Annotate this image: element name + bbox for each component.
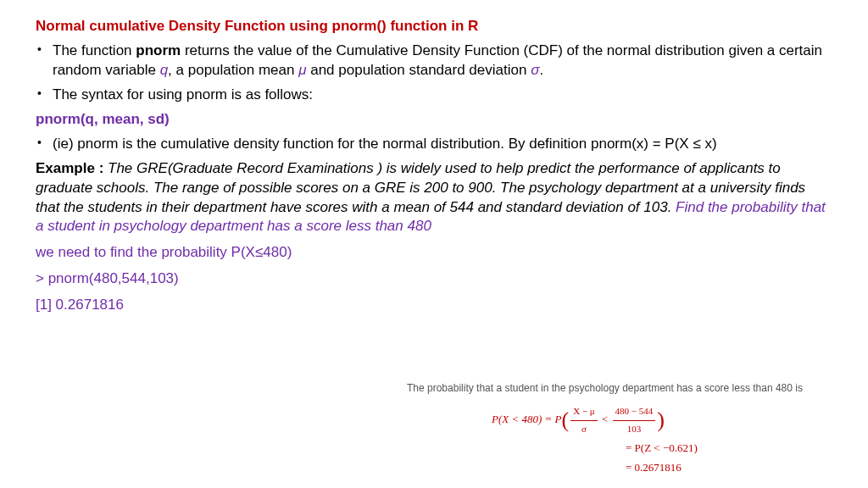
- eq-line-3: = 0.2671816: [492, 458, 848, 477]
- eq-line-1: P(X < 480) = P(X − μσ < 480 − 544103): [492, 403, 848, 438]
- text: and population standard deviation: [306, 62, 531, 78]
- math-note: The probability that a student in the ps…: [407, 381, 848, 395]
- calc-line-1: we need to find the probability P(X≤480): [36, 243, 832, 263]
- var-q: q: [160, 62, 168, 78]
- paren-left-icon: (: [562, 408, 570, 432]
- bullet-1: The function pnorm returns the value of …: [36, 42, 832, 80]
- fraction-2: 480 − 544103: [613, 403, 656, 438]
- page-title: Normal cumulative Density Function using…: [36, 17, 832, 36]
- var-sigma: σ: [531, 62, 539, 78]
- text: , a population mean: [168, 62, 298, 78]
- fraction-1: X − μσ: [570, 403, 598, 438]
- calc-line-3: [1] 0.2671816: [36, 296, 832, 315]
- math-equation: P(X < 480) = P(X − μσ < 480 − 544103) = …: [407, 403, 848, 477]
- bullet-2: The syntax for using pnorm is as follows…: [36, 86, 832, 105]
- bullet-list-2: (ie) pnorm is the cumulative density fun…: [36, 135, 832, 154]
- bullet-list: The function pnorm returns the value of …: [36, 42, 832, 105]
- lt-sign: <: [599, 413, 611, 425]
- example-block: Example : The GRE(Graduate Record Examin…: [36, 159, 832, 237]
- calc-line-2: > pnorm(480,544,103): [36, 269, 832, 289]
- text: The function: [53, 42, 136, 58]
- syntax-line: pnorm(q, mean, sd): [36, 110, 832, 130]
- frac-den: σ: [570, 421, 598, 438]
- paren-right-icon: ): [657, 408, 665, 432]
- text: .: [539, 62, 543, 78]
- math-annotation: The probability that a student in the ps…: [407, 381, 848, 478]
- bullet-3: (ie) pnorm is the cumulative density fun…: [36, 135, 832, 154]
- eq-line-2: = P(Z < −0.621): [492, 438, 848, 458]
- example-label: Example :: [36, 160, 103, 176]
- frac-num: 480 − 544: [613, 403, 656, 421]
- eq-lhs: P(X < 480) = P: [492, 413, 562, 425]
- frac-den: 103: [613, 421, 656, 438]
- frac-num: X − μ: [570, 403, 598, 421]
- text-bold: pnorm: [136, 42, 181, 58]
